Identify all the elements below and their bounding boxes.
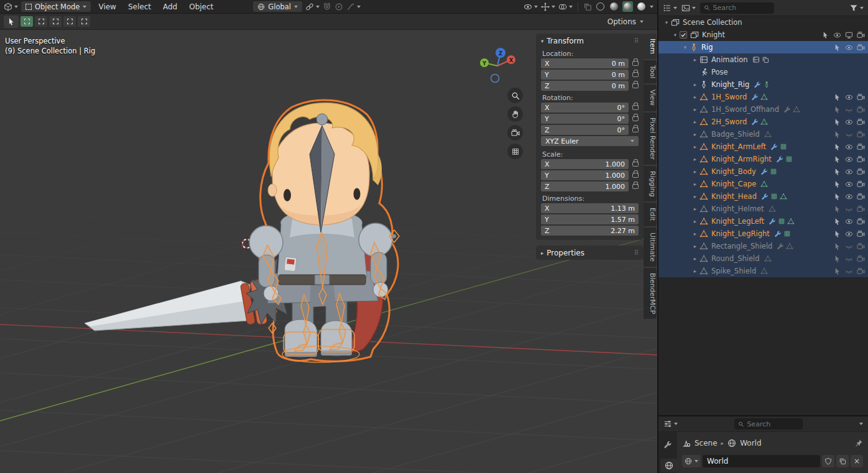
hide-eye-closed-icon[interactable] — [845, 205, 853, 213]
select-toggle-icon[interactable] — [833, 255, 841, 263]
select-toggle-icon[interactable] — [821, 31, 829, 39]
editor-divider[interactable] — [658, 415, 868, 416]
select-toggle-icon[interactable] — [833, 180, 841, 188]
proportional-edit-icon[interactable] — [335, 2, 343, 11]
orientation-dropdown[interactable]: Global — [253, 1, 302, 12]
breadcrumb-scene[interactable]: Scene — [695, 439, 718, 448]
scale-y-field[interactable]: Y1.000 — [541, 170, 629, 180]
object-name[interactable]: Spike_Shield — [711, 267, 756, 275]
hide-eye-closed-icon[interactable] — [845, 242, 853, 250]
properties-search[interactable] — [734, 418, 803, 429]
pan-button[interactable] — [507, 106, 523, 122]
render-camera-icon[interactable] — [857, 93, 865, 101]
hide-eye-closed-icon[interactable] — [845, 106, 853, 114]
outliner-row-knight-legleft[interactable]: ▸ Knight_LegLeft — [658, 215, 868, 227]
outliner-row-1h-sword[interactable]: ▸ 1H_Sword — [658, 91, 868, 103]
select-toggle-icon[interactable] — [833, 106, 841, 114]
disclosure-icon[interactable]: ▸ — [691, 131, 699, 137]
disclosure-icon[interactable]: ▸ — [691, 168, 699, 175]
outliner-row-pose[interactable]: Pose — [658, 66, 868, 78]
snap-target-button[interactable] — [305, 2, 320, 11]
outliner-row-knight-cape[interactable]: ▸ Knight_Cape — [658, 178, 868, 190]
transform-panel-header[interactable]: ▾ Transform ⠿ — [536, 34, 644, 48]
disclosure-icon[interactable]: ▸ — [691, 94, 699, 100]
navigation-gizmo[interactable]: Z Y X — [480, 48, 515, 83]
dimensions-y-field[interactable]: Y1.57 m — [541, 214, 639, 224]
render-camera-icon[interactable] — [857, 193, 865, 201]
tab-edit[interactable]: Edit — [644, 203, 657, 226]
ortho-toggle-button[interactable] — [507, 144, 523, 159]
select-mode-extend-button[interactable] — [35, 16, 47, 27]
rotation-mode-dropdown[interactable]: XYZ Euler — [541, 136, 639, 146]
outliner-search[interactable] — [700, 2, 774, 14]
data-name[interactable]: Knight_Rig — [711, 80, 749, 89]
select-toggle-icon[interactable] — [833, 267, 841, 275]
disclosure-icon[interactable]: ▸ — [691, 218, 699, 224]
location-y-field[interactable]: Y0 m — [541, 70, 629, 80]
properties-editor-type-button[interactable] — [663, 420, 678, 428]
tab-world-properties[interactable] — [660, 459, 677, 472]
object-name[interactable]: Knight_LegRight — [711, 229, 770, 238]
new-copy-button[interactable] — [836, 455, 849, 467]
render-camera-icon[interactable] — [857, 242, 865, 250]
options-button[interactable]: Options — [607, 17, 644, 26]
outliner-row-knight-legright[interactable]: ▸ Knight_LegRight — [658, 227, 868, 240]
select-toggle-icon[interactable] — [833, 205, 841, 213]
location-x-field[interactable]: X0 m — [541, 58, 629, 68]
hide-eye-closed-icon[interactable] — [845, 255, 853, 263]
object-name[interactable]: 2H_Sword — [711, 117, 747, 126]
disclosure-icon[interactable]: ▸ — [691, 81, 699, 88]
disclosure-icon[interactable]: ▾ — [671, 32, 680, 38]
outliner-row-round-shield[interactable]: ▸ Round_Shield — [658, 252, 868, 265]
object-name[interactable]: Knight_ArmLeft — [711, 142, 766, 151]
tab-tool-properties[interactable] — [660, 438, 675, 451]
hide-eye-icon[interactable] — [833, 31, 841, 39]
object-name[interactable]: 1H_Sword — [711, 93, 747, 101]
menu-object[interactable]: Object — [185, 2, 218, 11]
snap-magnet-icon[interactable] — [323, 2, 331, 11]
disclosure-icon[interactable]: ▸ — [691, 119, 699, 125]
world-name-field[interactable]: World — [703, 455, 820, 467]
xray-icon[interactable] — [583, 2, 592, 11]
select-toggle-icon[interactable] — [833, 118, 841, 126]
disclosure-icon[interactable]: ▾ — [662, 19, 671, 25]
item-name[interactable]: Pose — [711, 68, 728, 76]
location-z-field[interactable]: Z0 m — [541, 81, 629, 91]
hide-eye-icon[interactable] — [845, 143, 853, 151]
lock-icon[interactable] — [632, 162, 639, 167]
filter-button[interactable] — [849, 4, 864, 12]
outliner-search-input[interactable] — [713, 4, 770, 12]
select-mode-subtract-button[interactable] — [49, 16, 62, 27]
object-name[interactable]: Knight_LegLeft — [711, 217, 764, 226]
shading-dropdown-caret[interactable] — [650, 6, 653, 8]
collection-name[interactable]: Knight — [702, 30, 725, 39]
panel-grip-icon[interactable]: ⠿ — [634, 37, 639, 44]
rotation-z-field[interactable]: Z0° — [541, 125, 629, 135]
select-toggle-icon[interactable] — [833, 131, 841, 139]
disclosure-icon[interactable]: ▾ — [681, 44, 690, 50]
rotation-y-field[interactable]: Y0° — [541, 114, 629, 124]
object-name[interactable]: 1H_Sword_Offhand — [711, 105, 779, 114]
hide-eye-icon[interactable] — [845, 118, 853, 126]
select-toggle-icon[interactable] — [833, 242, 841, 250]
lock-icon[interactable] — [632, 184, 639, 189]
render-camera-icon[interactable] — [857, 230, 865, 238]
object-name[interactable]: Badge_Shield — [711, 130, 760, 139]
hide-eye-icon[interactable] — [845, 230, 853, 238]
object-name[interactable]: Knight_ArmRight — [711, 155, 772, 163]
item-name[interactable]: Animation — [711, 55, 748, 64]
select-toggle-icon[interactable] — [833, 168, 841, 176]
rotation-x-field[interactable]: X0° — [541, 103, 629, 113]
shading-wireframe-button[interactable] — [595, 1, 606, 12]
select-toggle-icon[interactable] — [833, 44, 841, 52]
disclosure-icon[interactable]: ▸ — [691, 193, 699, 200]
disclosure-icon[interactable]: ▸ — [691, 268, 699, 274]
disclosure-icon[interactable]: ▸ — [691, 243, 699, 249]
outliner-row-knight-head[interactable]: ▸ Knight_Head — [658, 190, 868, 203]
display-mode-button[interactable] — [681, 4, 696, 12]
disclosure-icon[interactable]: ▸ — [691, 231, 699, 237]
hide-eye-icon[interactable] — [845, 218, 853, 226]
select-toggle-icon[interactable] — [833, 230, 841, 238]
lock-icon[interactable] — [632, 83, 639, 88]
falloff-button[interactable] — [346, 2, 361, 11]
